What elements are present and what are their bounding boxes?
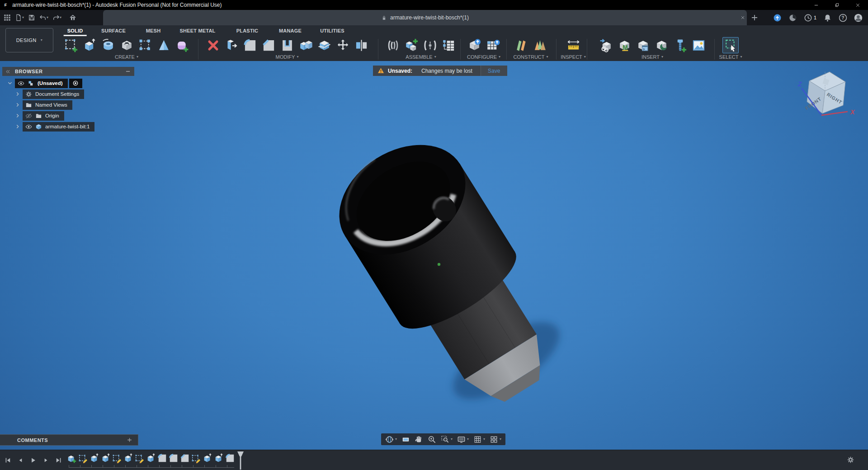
redo-icon[interactable]: ▾ (52, 14, 61, 21)
zoom-tool[interactable] (428, 435, 436, 444)
version-history-icon[interactable]: 1 (804, 14, 816, 22)
viewports-settings[interactable]: ▾ (490, 435, 501, 444)
timeline-feature-extrude[interactable] (90, 453, 99, 463)
tab-close-icon[interactable] (739, 14, 747, 22)
timeline-feature-sketch[interactable] (78, 453, 88, 463)
group-label-insert[interactable]: INSERT▾ (593, 54, 712, 60)
component-icon[interactable] (28, 80, 34, 87)
new-component-tool[interactable] (404, 37, 420, 53)
timeline-settings-gear-icon[interactable] (847, 456, 854, 464)
browser-named-views-chip[interactable]: Named Views (23, 100, 72, 110)
timeline-feature-sketch[interactable] (191, 453, 201, 463)
hole-tool[interactable] (118, 37, 135, 53)
insert-mesh-tool[interactable] (654, 37, 670, 53)
panel-minimize-icon[interactable] (125, 68, 131, 75)
chevron-down-icon[interactable]: ▾ (60, 16, 61, 19)
eye-off-icon[interactable] (25, 113, 32, 119)
ribbon-tab-mesh[interactable]: MESH (146, 27, 161, 35)
rib-tool[interactable] (156, 37, 172, 53)
ribbon-tab-manage[interactable]: MANAGE (279, 27, 302, 35)
orbit-tool[interactable]: ▾ (385, 435, 397, 444)
browser-document-settings[interactable]: Document Settings (2, 89, 134, 99)
chevron-down-icon[interactable]: ▾ (47, 16, 48, 19)
display-settings[interactable]: ▾ (457, 435, 469, 444)
timeline-feature-extrude[interactable] (101, 453, 111, 463)
caret-down-icon[interactable] (6, 80, 14, 86)
ribbon-tab-solid[interactable]: SOLID (67, 27, 83, 35)
configuration-tool[interactable] (467, 37, 483, 53)
insert-fastener-tool[interactable] (672, 37, 689, 53)
job-status-icon[interactable] (788, 14, 797, 22)
browser-origin[interactable]: Origin (2, 110, 134, 121)
plane-fan-tool[interactable] (532, 37, 548, 53)
pan-tool[interactable] (415, 435, 423, 444)
panel-collapse-icon[interactable] (5, 69, 11, 75)
chevron-down-icon[interactable]: ▾ (500, 437, 501, 441)
notifications-bell-icon[interactable] (823, 14, 832, 22)
split-body-tool[interactable] (316, 37, 332, 53)
plane-offset-tool[interactable] (514, 37, 530, 53)
go-to-start-button[interactable] (5, 457, 11, 464)
fillet-tool[interactable] (242, 37, 258, 53)
timeline-playhead[interactable] (237, 451, 244, 470)
close-button[interactable] (847, 0, 868, 10)
play-button[interactable] (30, 457, 37, 464)
timeline-feature-chamfer[interactable] (180, 453, 190, 463)
record-icon[interactable] (69, 79, 82, 88)
restore-button[interactable] (826, 0, 847, 10)
align-tool[interactable] (353, 37, 369, 53)
bom-tool[interactable] (441, 37, 457, 53)
joint-origin-tool[interactable] (385, 37, 401, 53)
group-label-configure[interactable]: CONFIGURE▾ (463, 54, 504, 60)
insert-derive-tool[interactable] (598, 37, 614, 53)
gear-icon[interactable] (25, 91, 32, 98)
insert-script-tool[interactable] (635, 37, 651, 53)
extensions-icon[interactable] (773, 14, 782, 22)
save-icon[interactable] (28, 14, 35, 21)
chevron-down-icon[interactable]: ▾ (395, 437, 397, 441)
folder-icon[interactable] (35, 113, 42, 119)
browser-component-armature-chip[interactable]: armature-twist-bit:1 (23, 122, 94, 132)
browser-component-armature[interactable]: armature-twist-bit:1 (2, 121, 134, 132)
grid-layout-settings[interactable]: ▾ (473, 435, 485, 444)
create-form-tool[interactable] (174, 37, 190, 53)
help-icon[interactable]: ? (839, 14, 847, 22)
revolve-tool[interactable] (100, 37, 116, 53)
group-label-inspect[interactable]: INSPECT▾ (560, 54, 587, 60)
home-icon[interactable] (69, 14, 76, 21)
joint-tool[interactable] (422, 37, 439, 53)
timeline-feature-extrude[interactable] (214, 453, 224, 463)
timeline-feature-component-new[interactable] (67, 453, 77, 463)
look-at-tool[interactable] (401, 435, 410, 444)
go-to-end-button[interactable] (55, 457, 62, 464)
combine-tool[interactable] (297, 37, 314, 53)
save-button[interactable]: Save (481, 66, 507, 76)
browser-root-component[interactable]: (Unsaved) (2, 78, 134, 89)
caret-right-icon[interactable] (14, 124, 21, 129)
canvas-tool[interactable] (691, 37, 707, 53)
group-label-create[interactable]: CREATE▾ (59, 54, 194, 60)
step-back-button[interactable] (17, 457, 24, 464)
folder-icon[interactable] (25, 102, 32, 108)
chevron-down-icon[interactable]: ▾ (483, 437, 485, 441)
model-part[interactable] (316, 136, 597, 425)
ribbon-tab-utilities[interactable]: UTILITIES (320, 27, 344, 35)
eye-icon[interactable] (18, 80, 24, 87)
caret-right-icon[interactable] (14, 102, 21, 108)
browser-named-views[interactable]: Named Views (2, 99, 134, 110)
timeline-feature-sketch[interactable] (135, 453, 145, 463)
timeline-feature-fillet[interactable] (225, 453, 235, 463)
pattern-tool[interactable] (137, 37, 153, 53)
new-tab-button[interactable] (750, 14, 759, 22)
delete-tool[interactable] (205, 37, 221, 53)
timeline-feature-extrude[interactable] (203, 453, 212, 463)
insert-mcmaster-tool[interactable]: M (617, 37, 633, 53)
user-avatar[interactable] (854, 14, 863, 22)
group-label-assemble[interactable]: ASSEMBLE▾ (381, 54, 461, 60)
eye-icon[interactable] (25, 123, 32, 130)
cube-icon[interactable] (35, 123, 42, 130)
view-cube[interactable]: FRONT RIGHT Z X (786, 63, 858, 124)
timeline-feature-fillet[interactable] (169, 453, 179, 463)
group-label-select[interactable]: SELECT▾ (718, 54, 743, 60)
undo-icon[interactable]: ▾ (39, 14, 48, 21)
